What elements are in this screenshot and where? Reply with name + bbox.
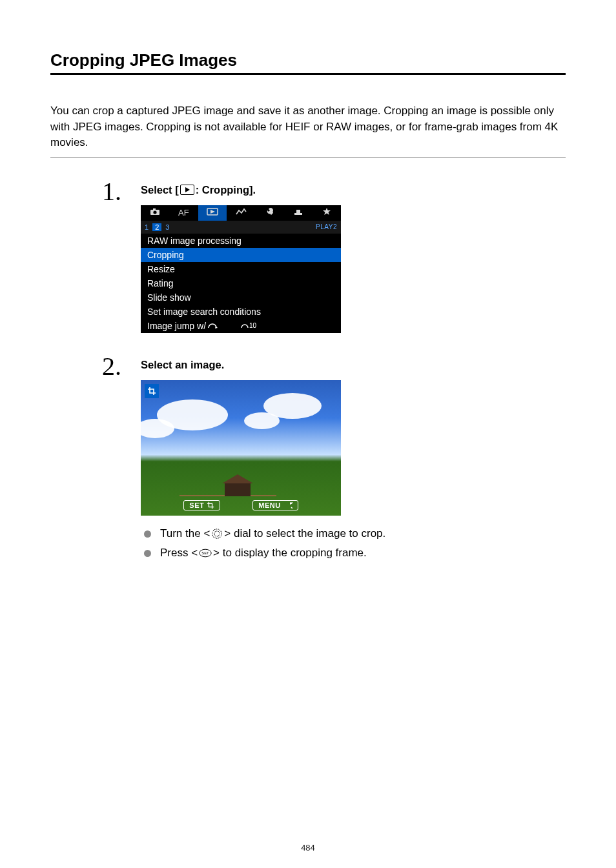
- star-icon: [322, 207, 331, 218]
- cloud-decoration: [244, 412, 280, 429]
- menu-subtabs: 1 2 3 PLAY2: [141, 221, 341, 234]
- quick-control-dial-icon: [211, 528, 223, 540]
- step-2: 2 Select an image. SE: [102, 359, 566, 560]
- preview-button-bar: SET MENU: [141, 499, 341, 512]
- svg-marker-8: [323, 208, 331, 215]
- tab-shoot: [141, 205, 169, 221]
- svg-rect-7: [296, 210, 300, 213]
- menu-item-resize: Resize: [141, 262, 341, 276]
- step-number: 2: [102, 351, 121, 381]
- jump-value: 10: [241, 322, 256, 329]
- menu-section-tag: PLAY2: [316, 223, 337, 230]
- tab-setup: [255, 205, 283, 221]
- page-title: Cropping JPEG Images: [50, 50, 566, 75]
- menu-item-slideshow: Slide show: [141, 290, 341, 305]
- svg-marker-5: [210, 210, 215, 214]
- set-button-icon: SET: [199, 549, 212, 558]
- custom-icon: [293, 208, 303, 217]
- step-1-title-suffix: : Cropping].: [196, 184, 256, 196]
- step-2-bullet-1: Turn the < > dial to select the image to…: [141, 527, 566, 540]
- page-number: 484: [0, 843, 616, 853]
- svg-point-12: [214, 531, 220, 536]
- playback-icon: [180, 185, 194, 195]
- step-2-title: Select an image.: [141, 359, 566, 371]
- preview-set-button: SET: [183, 500, 220, 510]
- camera-menu-screenshot: AF: [141, 205, 341, 333]
- step-1-title-prefix: Select [: [141, 184, 179, 196]
- menu-item-raw: RAW image processing: [141, 234, 341, 248]
- preview-menu-button: MENU: [252, 500, 298, 510]
- tab-playback: [198, 205, 227, 221]
- svg-rect-6: [294, 213, 302, 215]
- step-1: 1 Select [ : Cropping]. AF: [102, 184, 566, 333]
- svg-point-3: [154, 211, 157, 214]
- cloud-decoration: [141, 419, 174, 438]
- camera-icon: [150, 208, 160, 217]
- network-icon: [235, 208, 247, 217]
- tab-custom: [283, 205, 312, 221]
- menu-item-jump: Image jump w/ 10: [141, 319, 341, 333]
- camera-preview-screenshot: SET MENU: [141, 380, 341, 516]
- tab-mymenu: [313, 205, 341, 221]
- menu-item-cropping: Cropping: [141, 248, 341, 262]
- playback-tab-icon: [207, 208, 218, 217]
- main-dial-icon: [207, 321, 218, 331]
- menu-page-1: 1: [145, 223, 149, 231]
- svg-marker-0: [185, 187, 190, 192]
- svg-point-11: [212, 529, 221, 538]
- svg-rect-2: [153, 208, 156, 210]
- crop-badge-icon: [145, 384, 159, 398]
- menu-item-rating: Rating: [141, 276, 341, 290]
- wrench-icon: [265, 207, 274, 218]
- menu-top-tabs: AF: [141, 205, 341, 221]
- menu-page-3: 3: [165, 223, 169, 231]
- intro-text: You can crop a captured JPEG image and s…: [50, 103, 566, 158]
- svg-text:SET: SET: [201, 551, 209, 555]
- step-2-bullet-2: Press < SET > to display the cropping fr…: [141, 547, 566, 560]
- jump-label: Image jump w/: [147, 321, 206, 331]
- menu-item-search: Set image search conditions: [141, 305, 341, 319]
- landscape-decoration: [225, 482, 251, 496]
- tab-network: [227, 205, 255, 221]
- menu-page-2: 2: [152, 223, 161, 231]
- tab-af: AF: [169, 205, 198, 221]
- step-1-title: Select [ : Cropping].: [141, 184, 566, 196]
- step-number: 1: [102, 176, 121, 207]
